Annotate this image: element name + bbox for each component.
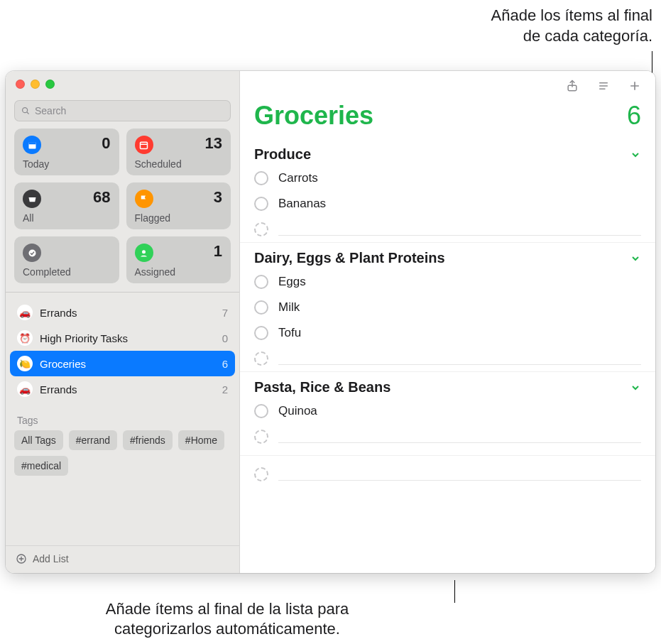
callout-bottom-leader xyxy=(454,580,455,603)
reminder-circle[interactable] xyxy=(254,197,268,211)
new-item-input[interactable] xyxy=(278,223,641,236)
tag-all-tags[interactable]: All Tags xyxy=(14,430,63,450)
list-name: Errands xyxy=(40,383,77,395)
smart-label: Today xyxy=(23,158,111,170)
app-window: 0 Today 13 Scheduled 68 All 3 Flagged Co… xyxy=(6,71,655,573)
reminder-circle[interactable] xyxy=(254,275,268,289)
smart-label: Assigned xyxy=(135,266,223,278)
search-field[interactable] xyxy=(14,100,231,121)
list-count-badge: 7 xyxy=(222,307,228,319)
new-item-input[interactable] xyxy=(278,430,641,443)
reminder-item[interactable]: Tofu xyxy=(240,320,655,346)
section-header[interactable]: Produce xyxy=(240,139,655,165)
search-input[interactable] xyxy=(35,105,224,116)
section-header[interactable]: Dairy, Eggs & Plant Proteins xyxy=(240,242,655,269)
list-count-badge: 2 xyxy=(222,383,228,395)
reminder-circle-empty xyxy=(254,430,268,444)
smart-card-all[interactable]: 68 All xyxy=(14,182,119,229)
fullscreen-button[interactable] xyxy=(45,80,55,89)
smart-card-today[interactable]: 0 Today xyxy=(14,129,119,175)
main-panel: Groceries 6 Produce Carrots Bananas Dair… xyxy=(240,71,655,573)
callout-bottom-line1: Añade ítems al final de la lista para xyxy=(0,599,454,620)
list-count-badge: 0 xyxy=(222,332,228,344)
smart-card-flagged[interactable]: 3 Flagged xyxy=(126,182,231,229)
tag-friends[interactable]: #friends xyxy=(123,430,173,450)
reminder-item[interactable]: Milk xyxy=(240,295,655,320)
tag-errand[interactable]: #errand xyxy=(69,430,117,450)
callout-bottom-line2: categorizarlos automáticamente. xyxy=(0,619,454,640)
list-row-errands[interactable]: 🚗 Errands 2 xyxy=(10,376,235,402)
section-title: Produce xyxy=(254,146,311,163)
smart-count: 3 xyxy=(214,188,222,207)
sidebar: 0 Today 13 Scheduled 68 All 3 Flagged Co… xyxy=(6,71,240,573)
add-item-button[interactable] xyxy=(627,78,643,94)
plus-icon xyxy=(628,79,642,93)
new-item-uncategorized[interactable] xyxy=(240,455,655,487)
reminder-title: Tofu xyxy=(278,326,301,340)
callout-bottom: Añade ítems al final de la lista para ca… xyxy=(0,599,454,640)
plus-circle-icon xyxy=(16,553,27,564)
list-icon xyxy=(596,79,611,93)
list-header: Groceries 6 xyxy=(240,98,655,139)
add-list-button[interactable]: Add List xyxy=(6,545,239,573)
minimize-button[interactable] xyxy=(31,80,40,89)
new-item-in-section[interactable] xyxy=(240,346,655,371)
smart-label: Completed xyxy=(23,266,111,278)
reminder-item[interactable]: Quinoa xyxy=(240,398,655,424)
callout-top-line2: de cada categoría. xyxy=(491,26,652,47)
tag-home[interactable]: #Home xyxy=(178,430,224,450)
list-name: High Priority Tasks xyxy=(40,332,128,344)
reminder-circle-empty xyxy=(254,222,268,236)
completed-icon xyxy=(23,244,41,262)
smart-card-assigned[interactable]: 1 Assigned xyxy=(126,236,231,283)
today-icon xyxy=(23,136,41,154)
new-item-in-section[interactable] xyxy=(240,217,655,242)
list-row-groceries[interactable]: 🍋 Groceries 6 xyxy=(10,351,235,376)
new-item-in-section[interactable] xyxy=(240,424,655,449)
list-count: 6 xyxy=(627,101,641,131)
svg-point-7 xyxy=(142,250,146,253)
list-emoji-icon: 🍋 xyxy=(17,356,33,371)
reminder-item[interactable]: Bananas xyxy=(240,191,655,217)
reminder-circle[interactable] xyxy=(254,171,268,185)
section-title: Dairy, Eggs & Plant Proteins xyxy=(254,250,445,266)
my-lists: 🚗 Errands 7 ⏰ High Priority Tasks 0 🍋 Gr… xyxy=(6,297,239,408)
smart-card-scheduled[interactable]: 13 Scheduled xyxy=(126,129,231,175)
reminder-item[interactable]: Carrots xyxy=(240,165,655,191)
svg-point-0 xyxy=(23,108,28,113)
toolbar xyxy=(240,71,655,98)
section-title: Pasta, Rice & Beans xyxy=(254,379,390,395)
assigned-icon xyxy=(135,244,153,262)
callout-top: Añade los ítems al final de cada categor… xyxy=(491,6,652,46)
reminder-title: Quinoa xyxy=(278,404,317,418)
reminder-item[interactable]: Eggs xyxy=(240,269,655,295)
reminder-circle[interactable] xyxy=(254,404,268,418)
new-item-input[interactable] xyxy=(278,352,641,365)
chevron-down-icon xyxy=(630,382,641,393)
view-options-button[interactable] xyxy=(596,78,611,94)
close-button[interactable] xyxy=(16,80,25,89)
list-count-badge: 6 xyxy=(222,358,228,370)
list-emoji-icon: ⏰ xyxy=(17,330,33,346)
sidebar-divider xyxy=(6,292,239,293)
reminder-circle[interactable] xyxy=(254,300,268,315)
list-name: Groceries xyxy=(40,358,86,370)
list-row-high-priority-tasks[interactable]: ⏰ High Priority Tasks 0 xyxy=(10,325,235,351)
callout-top-line1: Añade los ítems al final xyxy=(491,6,652,26)
smart-card-completed[interactable]: Completed xyxy=(14,236,119,283)
svg-line-1 xyxy=(27,112,29,114)
reminder-circle[interactable] xyxy=(254,326,268,340)
svg-rect-4 xyxy=(141,142,148,148)
reminder-title: Eggs xyxy=(278,275,306,289)
scheduled-icon xyxy=(135,136,153,154)
list-row-errands[interactable]: 🚗 Errands 7 xyxy=(10,300,235,325)
share-button[interactable] xyxy=(564,78,580,94)
smart-count: 0 xyxy=(102,134,110,153)
reminder-circle-empty xyxy=(254,467,268,481)
tag-medical[interactable]: #medical xyxy=(14,456,68,476)
all-icon xyxy=(23,190,41,208)
section-header[interactable]: Pasta, Rice & Beans xyxy=(240,371,655,398)
chevron-down-icon xyxy=(630,253,641,264)
list-title: Groceries xyxy=(254,101,373,131)
new-item-input[interactable] xyxy=(278,468,641,481)
